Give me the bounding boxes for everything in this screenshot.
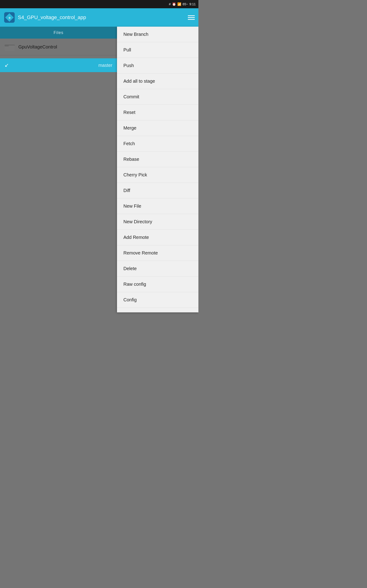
files-tab[interactable]: Files [0, 27, 117, 39]
branch-icon: ↙ [5, 62, 9, 68]
menu-item-add-all-to-stage[interactable]: Add all to stage [117, 73, 198, 89]
git-logo-icon: ⬦ [4, 12, 15, 23]
alarm-icon: ⏰ [172, 2, 176, 6]
app-bar: ⬦ S4_GPU_voltage_control_app [0, 8, 198, 27]
menu-item-fetch[interactable]: Fetch [117, 136, 198, 152]
signal-icon: 📶 [177, 2, 181, 6]
menu-item-cherry-pick[interactable]: Cherry Pick [117, 167, 198, 183]
menu-item-reset[interactable]: Reset [117, 105, 198, 120]
menu-item-new-directory[interactable]: New Directory [117, 214, 198, 230]
time-text: 9:11 [190, 2, 196, 6]
menu-item-remove-remote[interactable]: Remove Remote [117, 245, 198, 261]
bottom-bar: ↙ master [0, 58, 117, 72]
list-item[interactable]: GpuVoltageControl [0, 39, 117, 55]
menu-item-new-file[interactable]: New File [117, 199, 198, 214]
menu-item-diff[interactable]: Diff [117, 183, 198, 199]
menu-item-config[interactable]: Config [117, 292, 198, 308]
menu-item-new-branch[interactable]: New Branch [117, 27, 198, 42]
menu-item-commit[interactable]: Commit [117, 89, 198, 105]
dropdown-menu: New Branch Pull Push Add all to stage Co… [117, 27, 198, 312]
menu-item-raw-config[interactable]: Raw config [117, 277, 198, 292]
svg-rect-6 [5, 44, 9, 46]
status-bar: # ⏰ 📶 65~ 9:11 [0, 0, 198, 8]
menu-item-pull[interactable]: Pull [117, 42, 198, 58]
overflow-menu-button[interactable] [188, 15, 195, 20]
hashtag-icon: # [169, 2, 171, 6]
app-bar-left: ⬦ S4_GPU_voltage_control_app [4, 12, 86, 23]
menu-item-rebase[interactable]: Rebase [117, 152, 198, 167]
menu-item-add-remote[interactable]: Add Remote [117, 230, 198, 245]
menu-item-push[interactable]: Push [117, 58, 198, 73]
app-title: S4_GPU_voltage_control_app [18, 15, 86, 20]
menu-item-merge[interactable]: Merge [117, 120, 198, 136]
svg-text:⬦: ⬦ [8, 15, 11, 20]
folder-icon [5, 43, 15, 51]
branch-name: master [98, 63, 112, 68]
menu-item-delete[interactable]: Delete [117, 261, 198, 277]
battery-text: 65~ [183, 2, 188, 6]
files-tab-label: Files [53, 30, 63, 35]
status-icons: # ⏰ 📶 65~ 9:11 [169, 2, 196, 6]
file-name: GpuVoltageControl [18, 44, 57, 50]
